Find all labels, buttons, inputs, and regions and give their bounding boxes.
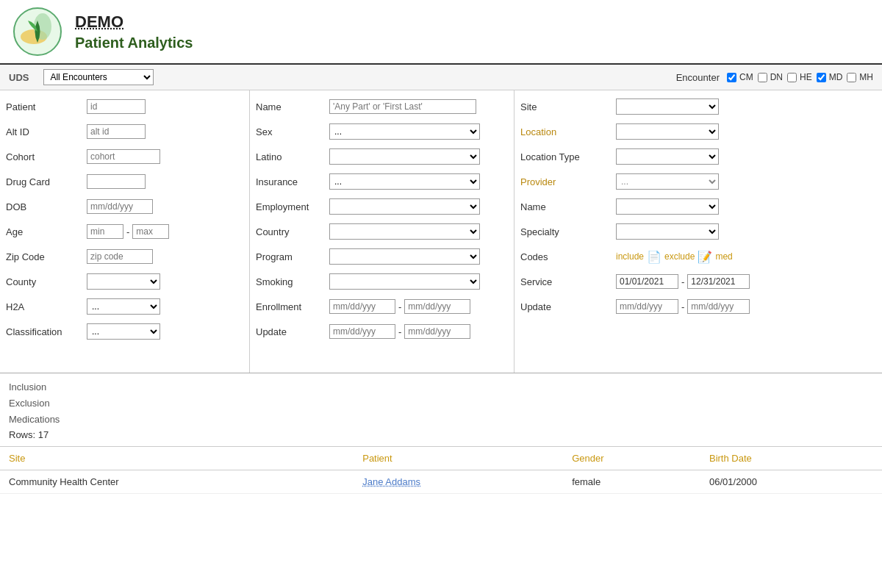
cohort-input[interactable] (87, 149, 160, 164)
cohort-row: Cohort (6, 146, 243, 167)
inclusion-link[interactable]: Inclusion (9, 379, 873, 395)
name-input[interactable] (329, 99, 476, 114)
sex-select[interactable]: ... (329, 123, 480, 140)
medications-link[interactable]: Medications (9, 412, 873, 428)
table-header-row: Site Patient Gender Birth Date (0, 447, 882, 470)
sex-label: Sex (256, 126, 329, 137)
checkbox-md: MD (817, 72, 843, 82)
col-header-birthdate: Birth Date (700, 447, 882, 470)
app-name: DEMO (75, 12, 193, 32)
enrollment-dash: - (398, 301, 401, 312)
checkbox-mh-input[interactable] (847, 73, 856, 82)
checkbox-dn-input[interactable] (758, 73, 767, 82)
mid-update-label: Update (256, 326, 329, 337)
program-select[interactable] (329, 248, 480, 265)
locationtype-label: Location Type (520, 151, 616, 162)
uds-bar: UDS All Encounters UDS Encounters Non-UD… (0, 65, 882, 90)
drugcard-row: Drug Card (6, 171, 243, 192)
checkbox-he-input[interactable] (787, 73, 797, 82)
employment-label: Employment (256, 201, 329, 212)
classification-label: Classification (6, 326, 87, 337)
patient-id-input[interactable] (87, 99, 146, 114)
header-titles: DEMO Patient Analytics (75, 12, 193, 51)
name-label: Name (256, 101, 329, 112)
latino-label: Latino (256, 151, 329, 162)
uds-dropdown[interactable]: All Encounters UDS Encounters Non-UDS (43, 69, 154, 85)
enrollment-from-input[interactable] (329, 299, 395, 314)
country-row: Country (256, 221, 508, 242)
checkbox-md-input[interactable] (817, 73, 826, 82)
county-label: County (6, 276, 87, 287)
location-type-select[interactable] (616, 148, 719, 165)
country-label: Country (256, 226, 329, 237)
location-select[interactable] (616, 123, 719, 140)
smoking-select[interactable] (329, 273, 480, 290)
site-select[interactable] (616, 98, 719, 115)
table-row: Community Health Center Jane Addams fema… (0, 470, 882, 494)
codes-controls: include 📄 exclude 📝 med (616, 250, 733, 264)
locationtype-row: Location Type (520, 146, 876, 167)
cb-he-label: HE (800, 72, 812, 82)
codes-include-link[interactable]: include (616, 251, 644, 262)
left-panel: Patient Alt ID Cohort Drug Card DOB Age … (0, 90, 250, 373)
provider-name-select[interactable] (616, 198, 719, 215)
mid-update-from-input[interactable] (329, 324, 395, 339)
specialty-select[interactable] (616, 223, 719, 240)
drug-card-input[interactable] (87, 174, 146, 189)
codes-med-link[interactable]: med (715, 251, 732, 262)
dob-input[interactable] (87, 199, 153, 214)
right-update-row: Update - (520, 296, 876, 317)
zipcode-label: Zip Code (6, 251, 87, 262)
provider-name-label: Name (520, 201, 616, 212)
drugcard-label: Drug Card (6, 176, 87, 187)
patient-link[interactable]: Jane Addams (362, 476, 420, 487)
checkbox-dn: DN (758, 72, 783, 82)
alt-id-input[interactable] (87, 124, 146, 139)
results-tbody: Community Health Center Jane Addams fema… (0, 470, 882, 494)
update-to-input[interactable] (687, 299, 750, 314)
app-subtitle: Patient Analytics (75, 35, 193, 51)
update-dash: - (681, 301, 684, 312)
cell-birthdate: 06/01/2000 (700, 470, 882, 494)
employment-select[interactable] (329, 198, 480, 215)
latino-select[interactable] (329, 148, 480, 165)
insurance-row: Insurance ... (256, 171, 508, 192)
enrollment-to-input[interactable] (404, 299, 470, 314)
checkbox-cm: CM (727, 72, 753, 82)
cb-cm-label: CM (739, 72, 753, 82)
cb-mh-label: MH (859, 72, 873, 82)
service-label: Service (520, 276, 616, 287)
h2a-select[interactable]: ... (87, 298, 160, 315)
update-from-input[interactable] (616, 299, 678, 314)
exclusion-link[interactable]: Exclusion (9, 395, 873, 412)
country-select[interactable] (329, 223, 480, 240)
results-table: Site Patient Gender Birth Date Community… (0, 447, 882, 494)
age-dash: - (126, 226, 129, 237)
rows-info: Rows: 17 (9, 429, 873, 440)
insurance-select[interactable]: ... (329, 173, 480, 190)
service-row: Service - (520, 271, 876, 292)
service-to-input[interactable] (687, 274, 750, 289)
mid-update-dash: - (398, 326, 401, 337)
update-range: - (616, 299, 750, 314)
enrollment-row: Enrollment - (256, 296, 508, 317)
mid-update-row: Update - (256, 321, 508, 342)
encounter-label: Encounter (676, 72, 720, 83)
name-row: Name (256, 96, 508, 117)
altid-row: Alt ID (6, 121, 243, 142)
checkbox-cm-input[interactable] (727, 73, 736, 82)
classification-select[interactable]: ... (87, 323, 160, 340)
age-min-input[interactable] (87, 224, 123, 239)
bottom-links: Inclusion Exclusion Medications Rows: 17 (0, 373, 882, 447)
age-max-input[interactable] (132, 224, 169, 239)
service-from-input[interactable] (616, 274, 678, 289)
codes-exclude-link[interactable]: exclude (664, 251, 695, 262)
filter-area: Patient Alt ID Cohort Drug Card DOB Age … (0, 90, 882, 373)
provider-label: Provider (520, 176, 616, 187)
mid-update-to-input[interactable] (404, 324, 470, 339)
provider-select[interactable]: ... (616, 173, 719, 190)
zip-code-input[interactable] (87, 249, 153, 264)
cell-patient: Jane Addams (354, 470, 563, 494)
patient-row: Patient (6, 96, 243, 117)
county-select[interactable] (87, 273, 160, 290)
